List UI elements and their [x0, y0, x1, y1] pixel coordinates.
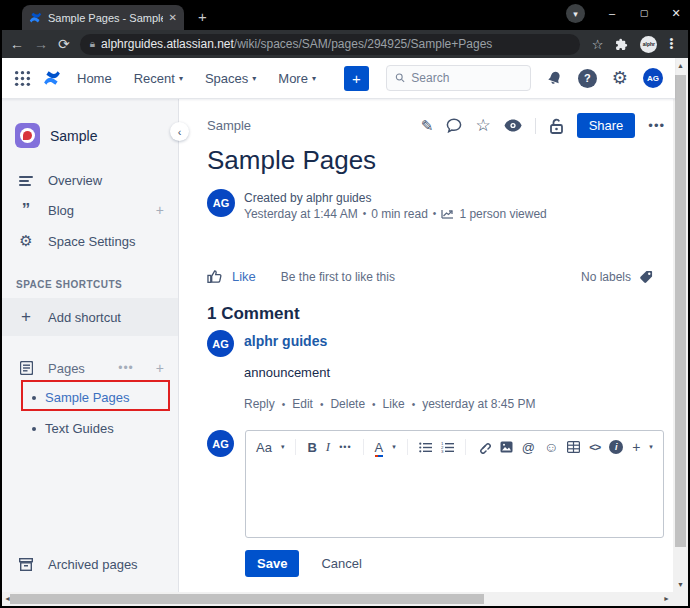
back-button[interactable]: ←: [10, 37, 24, 51]
code-icon[interactable]: <>: [589, 441, 600, 453]
sidebar-page-text-guides[interactable]: Text Guides: [2, 413, 178, 444]
comment-edit-link[interactable]: Edit: [292, 397, 313, 411]
comments-heading: 1 Comment: [207, 304, 300, 324]
nav-spaces[interactable]: Spaces▾: [205, 71, 256, 86]
comment-reply-link[interactable]: Reply: [244, 397, 275, 411]
edit-pencil-icon[interactable]: ✎: [421, 117, 434, 135]
close-button[interactable]: ✕: [661, 0, 690, 26]
confluence-logo[interactable]: [41, 69, 63, 87]
commenter-avatar[interactable]: AG: [207, 330, 234, 357]
author-avatar[interactable]: AG: [207, 189, 235, 217]
create-button[interactable]: +: [344, 66, 369, 91]
user-avatar[interactable]: AG: [643, 68, 663, 88]
divider: [295, 439, 296, 455]
horizontal-scrollbar[interactable]: ◄ ►: [2, 592, 688, 606]
like-prompt: Be the first to like this: [281, 270, 395, 284]
notifications-bell-icon[interactable]: [546, 70, 563, 87]
extensions-puzzle-icon[interactable]: [615, 38, 628, 51]
add-blog-icon[interactable]: +: [156, 202, 164, 218]
people-viewed[interactable]: 1 person viewed: [459, 206, 546, 222]
insert-image-icon[interactable]: [500, 441, 513, 453]
pages-section-header[interactable]: Pages ••• +: [2, 350, 178, 382]
editor-avatar: AG: [207, 430, 234, 457]
info-panel-icon[interactable]: i: [609, 440, 623, 454]
address-bar[interactable]: 🔒︎ alphrguides.atlassian.net/wiki/spaces…: [80, 34, 580, 55]
horizontal-scroll-thumb[interactable]: [10, 594, 484, 604]
watch-eye-icon[interactable]: [504, 119, 522, 132]
pages-more-icon[interactable]: •••: [118, 361, 134, 375]
save-button[interactable]: Save: [245, 550, 299, 577]
sidebar-collapse-button[interactable]: ‹: [170, 122, 189, 141]
comment-balloon-icon[interactable]: [446, 118, 462, 133]
comment-author[interactable]: alphr guides: [244, 333, 536, 349]
nav-home[interactable]: Home: [77, 71, 112, 86]
sidebar-item-space-settings[interactable]: ⚙ Space Settings: [2, 225, 178, 257]
chrome-flag-icon[interactable]: ▾: [566, 4, 585, 23]
comment-delete-link[interactable]: Delete: [330, 397, 365, 411]
share-button[interactable]: Share: [577, 113, 636, 138]
bullet-list-icon[interactable]: [419, 442, 432, 453]
divider: [407, 439, 408, 455]
help-icon[interactable]: ?: [578, 69, 597, 88]
scroll-right-icon[interactable]: ►: [663, 595, 670, 602]
vertical-scrollbar[interactable]: ▲ ▼: [673, 58, 688, 592]
no-labels-text[interactable]: No labels: [581, 270, 631, 284]
thumbs-up-icon[interactable]: [207, 270, 222, 284]
link-icon[interactable]: [477, 440, 491, 454]
emoji-icon[interactable]: ☺: [544, 439, 558, 455]
add-shortcut-button[interactable]: + Add shortcut: [2, 298, 178, 336]
archived-pages-link[interactable]: Archived pages: [2, 549, 178, 580]
sidebar-item-overview[interactable]: Overview: [2, 166, 178, 195]
browser-window: Sample Pages - Sample - Conflu ✕ + ▾ – ▢…: [0, 0, 690, 608]
sidebar-item-blog[interactable]: ” Blog +: [2, 195, 178, 225]
tab-title: Sample Pages - Sample - Conflu: [48, 12, 163, 24]
nav-more[interactable]: More▾: [278, 71, 316, 86]
browser-profile-avatar[interactable]: alphr: [640, 36, 657, 53]
browser-toolbar: ← → ⟳ 🔒︎ alphrguides.atlassian.net/wiki/…: [2, 30, 688, 58]
app-switcher-icon[interactable]: [14, 70, 31, 87]
cancel-button[interactable]: Cancel: [321, 556, 361, 571]
search-input[interactable]: [411, 71, 522, 85]
reload-button[interactable]: ⟳: [58, 37, 70, 51]
minimize-button[interactable]: –: [597, 0, 627, 26]
browser-menu-icon[interactable]: •••: [669, 38, 673, 50]
search-box[interactable]: [386, 65, 531, 91]
browser-titlebar: Sample Pages - Sample - Conflu ✕ + ▾ – ▢…: [2, 0, 688, 30]
bookmark-star-icon[interactable]: ☆: [592, 37, 604, 52]
favorite-star-icon[interactable]: ☆: [475, 115, 490, 136]
table-icon[interactable]: [567, 441, 580, 453]
sidebar-page-sample-pages[interactable]: Sample Pages: [2, 382, 178, 413]
url-text: alphrguides.atlassian.net/wiki/spaces/SA…: [101, 37, 492, 51]
scroll-down-icon[interactable]: ▼: [673, 581, 688, 588]
vertical-scroll-thumb[interactable]: [675, 75, 686, 547]
mention-icon[interactable]: @: [522, 440, 535, 455]
maximize-button[interactable]: ▢: [629, 0, 659, 26]
label-tag-icon[interactable]: [639, 270, 653, 284]
space-header[interactable]: Sample: [2, 99, 178, 166]
bold-button[interactable]: B: [307, 440, 316, 455]
text-style-dropdown[interactable]: Aa▾: [256, 440, 284, 455]
text-color-button[interactable]: A▾: [375, 440, 396, 455]
nav-recent[interactable]: Recent▾: [134, 71, 183, 86]
scroll-up-icon[interactable]: ▲: [673, 62, 688, 69]
comment-input-area[interactable]: Aa▾ B I ••• A▾ 123: [245, 430, 664, 538]
unlock-icon[interactable]: [549, 118, 564, 134]
browser-tab[interactable]: Sample Pages - Sample - Conflu ✕: [22, 5, 184, 30]
numbered-list-icon[interactable]: 123: [441, 442, 454, 453]
breadcrumb[interactable]: Sample: [207, 118, 251, 133]
insert-more-dropdown[interactable]: +▾: [632, 439, 653, 455]
comment-like-link[interactable]: Like: [383, 397, 405, 411]
add-page-icon[interactable]: +: [156, 360, 164, 376]
chevron-down-icon: ▾: [392, 443, 396, 451]
settings-gear-icon[interactable]: ⚙: [612, 69, 628, 87]
created-by[interactable]: Created by alphr guides: [244, 190, 547, 206]
archive-box-icon: [18, 558, 34, 571]
new-tab-button[interactable]: +: [198, 8, 207, 25]
chevron-down-icon: ▾: [281, 443, 285, 451]
tab-close-icon[interactable]: ✕: [169, 12, 177, 23]
like-button[interactable]: Like: [232, 269, 256, 284]
page-more-icon[interactable]: •••: [648, 118, 665, 133]
more-formatting-icon[interactable]: •••: [339, 442, 351, 452]
italic-button[interactable]: I: [326, 439, 330, 455]
forward-button[interactable]: →: [34, 37, 48, 51]
